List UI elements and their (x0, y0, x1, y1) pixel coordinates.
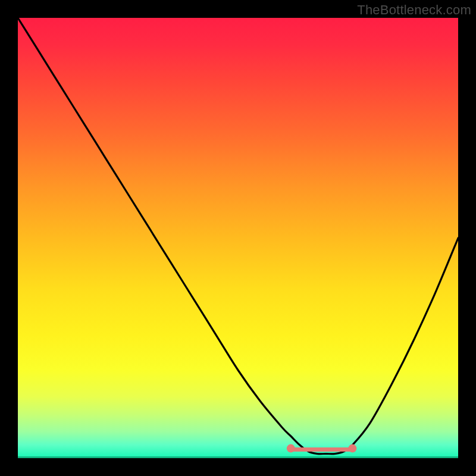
chart-frame: TheBottleneck.com (0, 0, 476, 476)
watermark-text: TheBottleneck.com (357, 2, 471, 18)
plot-area (18, 18, 458, 458)
optimal-range-start-marker (287, 444, 295, 453)
bottleneck-curve (18, 18, 458, 454)
optimal-range-end-marker (348, 444, 356, 453)
bottleneck-curve-svg (18, 18, 458, 458)
